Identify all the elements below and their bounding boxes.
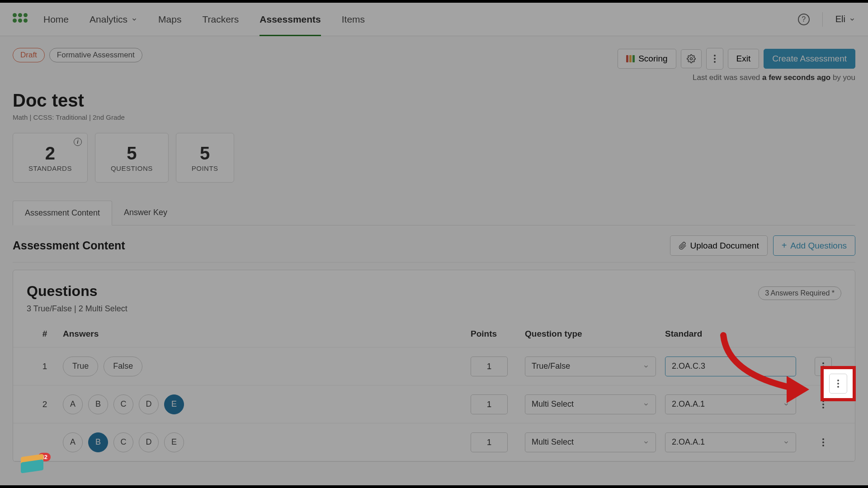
- content-tabs: Assessment Content Answer Key: [13, 201, 855, 225]
- section-title: Assessment Content: [13, 239, 125, 252]
- scoring-bars-icon: [626, 55, 635, 62]
- answer-e[interactable]: E: [164, 432, 184, 452]
- assessment-meta: Math | CCSS: Traditional | 2nd Grade: [13, 113, 855, 121]
- tab-assessment-content[interactable]: Assessment Content: [13, 201, 112, 225]
- col-num: #: [27, 329, 63, 339]
- nav-maps[interactable]: Maps: [158, 4, 181, 35]
- section-actions: Upload Document + Add Questions: [670, 235, 855, 256]
- svg-point-0: [690, 58, 692, 60]
- question-row: A B C D E Multi Select 2.OA.A.1: [13, 423, 855, 461]
- stat-value: 5: [111, 143, 153, 164]
- answer-c[interactable]: C: [113, 394, 133, 414]
- nav-items: Home Analytics Maps Trackers Assessments…: [43, 4, 798, 35]
- stat-label: QUESTIONS: [111, 164, 153, 172]
- stat-cards: i 2 STANDARDS 5 QUESTIONS 5 POINTS: [13, 133, 855, 183]
- stat-value: 5: [192, 143, 218, 164]
- scoring-button[interactable]: Scoring: [618, 49, 676, 69]
- answer-b[interactable]: B: [88, 432, 108, 452]
- type-badge: Formative Assessment: [49, 48, 142, 62]
- chevron-down-icon: [643, 363, 649, 370]
- help-icon[interactable]: ?: [798, 14, 810, 25]
- plus-icon: +: [782, 240, 787, 251]
- answer-a[interactable]: A: [63, 394, 83, 414]
- col-answers: Answers: [63, 329, 471, 339]
- answer-e[interactable]: E: [164, 394, 184, 414]
- questions-subtitle: 3 True/False | 2 Multi Select: [27, 304, 127, 314]
- stat-label: POINTS: [192, 164, 218, 172]
- col-standard: Standard: [665, 329, 805, 339]
- answer-pills: A B C D E: [63, 432, 471, 452]
- answer-b[interactable]: B: [88, 394, 108, 414]
- questions-table: # Answers Points Question type Standard …: [13, 321, 855, 461]
- user-name: Eli: [835, 14, 845, 24]
- upload-document-button[interactable]: Upload Document: [670, 235, 768, 256]
- question-row: 2 A B C D E Multi Select 2.OA.A.1: [13, 385, 855, 423]
- scoring-label: Scoring: [638, 54, 667, 64]
- row-menu-button[interactable]: [815, 357, 832, 376]
- questions-title: Questions: [27, 283, 127, 300]
- user-menu[interactable]: Eli: [835, 14, 855, 24]
- answer-pills: True False: [63, 357, 471, 376]
- answer-true[interactable]: True: [63, 357, 98, 376]
- standard-select[interactable]: 2.OA.C.3: [665, 357, 796, 376]
- three-dots-icon: [821, 399, 826, 410]
- three-dots-icon: [712, 53, 717, 65]
- row-number: 1: [27, 361, 63, 371]
- chevron-down-icon: [783, 401, 789, 408]
- gear-icon: [687, 54, 696, 63]
- chevron-down-icon: [849, 16, 855, 23]
- app-logo[interactable]: [13, 13, 33, 26]
- col-qtype: Question type: [525, 329, 665, 339]
- floating-help-widget[interactable]: 32: [20, 455, 46, 474]
- points-input[interactable]: [471, 432, 508, 452]
- stat-questions[interactable]: 5 QUESTIONS: [95, 133, 169, 183]
- status-badges: Draft Formative Assessment: [13, 48, 142, 62]
- questions-panel: Questions 3 True/False | 2 Multi Select …: [13, 270, 855, 462]
- question-type-select[interactable]: Multi Select: [525, 394, 656, 414]
- header-actions: Scoring Exit Create Assessment: [618, 48, 855, 70]
- question-type-select[interactable]: Multi Select: [525, 432, 656, 452]
- nav-trackers[interactable]: Trackers: [202, 4, 239, 35]
- three-dots-icon: [821, 436, 826, 448]
- stat-label: STANDARDS: [28, 164, 72, 172]
- question-type-select[interactable]: True/False: [525, 357, 656, 376]
- info-icon[interactable]: i: [74, 138, 82, 146]
- row-number: 2: [27, 399, 63, 409]
- settings-button[interactable]: [681, 49, 702, 68]
- table-header: # Answers Points Question type Standard: [13, 321, 855, 347]
- paperclip-icon: [679, 242, 687, 250]
- widget-icon: [20, 455, 46, 474]
- points-input[interactable]: [471, 357, 508, 376]
- answer-d[interactable]: D: [139, 394, 159, 414]
- answer-d[interactable]: D: [139, 432, 159, 452]
- row-menu-button[interactable]: [815, 395, 832, 414]
- chevron-down-icon: [643, 401, 649, 408]
- chevron-down-icon: [783, 439, 789, 446]
- stat-value: 2: [28, 143, 72, 164]
- answer-c[interactable]: C: [113, 432, 133, 452]
- nav-home[interactable]: Home: [43, 4, 69, 35]
- standard-select[interactable]: 2.OA.A.1: [665, 394, 796, 414]
- chevron-down-icon: [131, 16, 137, 23]
- nav-analytics[interactable]: Analytics: [90, 4, 137, 35]
- answer-pills: A B C D E: [63, 394, 471, 414]
- tab-answer-key[interactable]: Answer Key: [112, 201, 179, 225]
- upload-label: Upload Document: [690, 241, 759, 251]
- stat-points[interactable]: 5 POINTS: [176, 133, 234, 183]
- exit-button[interactable]: Exit: [728, 49, 760, 69]
- points-input[interactable]: [471, 394, 508, 414]
- chevron-down-icon: [643, 439, 649, 446]
- add-label: Add Questions: [790, 241, 847, 251]
- nav-right: ? Eli: [798, 12, 855, 27]
- add-questions-button[interactable]: + Add Questions: [773, 235, 855, 256]
- more-menu-button[interactable]: [706, 48, 723, 70]
- answer-false[interactable]: False: [104, 357, 142, 376]
- standard-select[interactable]: 2.OA.A.1: [665, 432, 796, 452]
- row-menu-button[interactable]: [815, 433, 832, 452]
- nav-assessments[interactable]: Assessments: [259, 4, 321, 36]
- nav-divider: [822, 12, 823, 27]
- stat-standards[interactable]: i 2 STANDARDS: [13, 133, 88, 183]
- create-assessment-button[interactable]: Create Assessment: [764, 49, 855, 69]
- answer-a[interactable]: A: [63, 432, 83, 452]
- nav-items-tab[interactable]: Items: [342, 4, 365, 35]
